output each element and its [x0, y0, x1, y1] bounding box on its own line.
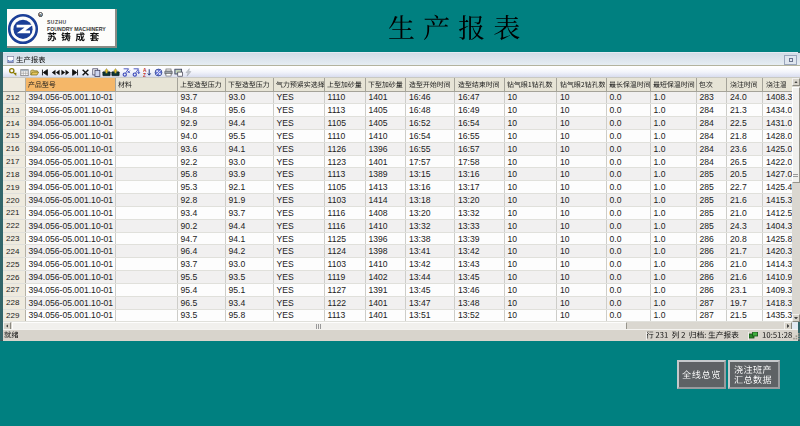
svg-text:Z: Z — [143, 72, 146, 76]
